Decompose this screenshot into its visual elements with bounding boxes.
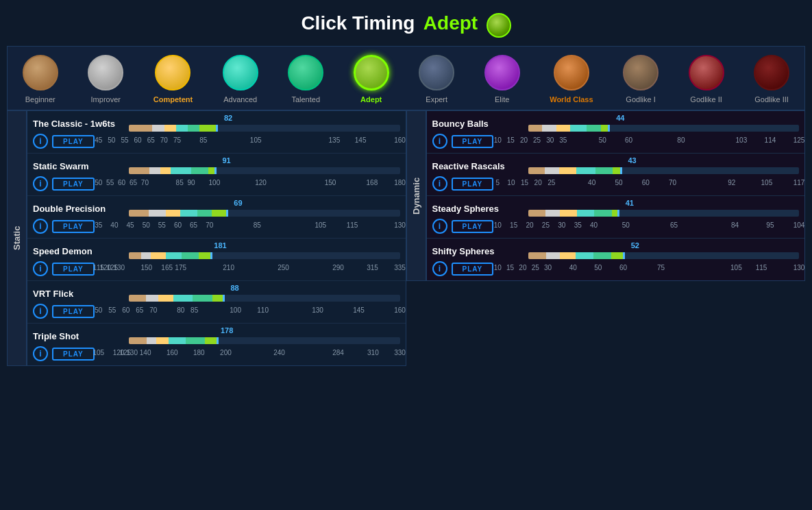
rank-item-elite[interactable]: Elite [484, 55, 520, 104]
table-row: The Classic - 1w6ts82iPLAY45505560657075… [27, 111, 406, 154]
tick-label: 65 [130, 179, 137, 186]
tick-label: 60 [118, 179, 125, 186]
tick-label: 180 [193, 349, 205, 356]
scenario-name: Double Precision [33, 204, 129, 214]
rank-circle-godlike2 [689, 55, 724, 90]
play-button[interactable]: PLAY [452, 263, 494, 276]
progress-bar [129, 337, 400, 344]
info-button[interactable]: i [33, 176, 48, 191]
tick-label: 75 [173, 136, 181, 144]
score-dot [216, 125, 218, 132]
rank-item-competent[interactable]: Competent [153, 55, 193, 104]
tick-label: 150 [325, 179, 336, 186]
score-value: 52 [619, 241, 639, 250]
rank-item-worldclass[interactable]: World Class [550, 55, 593, 104]
info-button[interactable]: i [432, 134, 447, 149]
tick-label: 75 [657, 264, 665, 271]
tick-label: 55 [106, 179, 114, 186]
table-row: Static Swarm91iPLAY505560657085901001201… [27, 154, 406, 196]
rank-item-godlike2[interactable]: Godlike II [689, 55, 724, 104]
tick-label: 180 [394, 179, 406, 186]
rank-circle-improver [88, 55, 123, 90]
info-button[interactable]: i [432, 261, 447, 276]
rank-circle-talented [288, 55, 323, 90]
rank-item-advanced[interactable]: Advanced [223, 55, 258, 104]
score-dot [608, 125, 610, 132]
rank-bar: BeginnerImproverCompetentAdvancedTalente… [7, 46, 805, 110]
play-button[interactable]: PLAY [452, 135, 494, 148]
tick-label: 165 [161, 264, 173, 271]
section-static: The Classic - 1w6ts82iPLAY45505560657075… [27, 110, 406, 366]
tick-label: 105 [250, 136, 262, 144]
rank-label-talented: Talented [291, 95, 320, 104]
tick-label: 65 [147, 136, 155, 144]
rank-item-godlike3[interactable]: Godlike III [754, 55, 789, 104]
rank-item-godlike1[interactable]: Godlike I [623, 55, 659, 104]
play-button[interactable]: PLAY [52, 348, 95, 361]
tick-label: 35 [95, 221, 102, 229]
table-row: Triple Shot178iPLAY105120125130140160180… [27, 324, 406, 365]
score-dot [620, 167, 622, 174]
play-button[interactable]: PLAY [52, 263, 95, 276]
tick-label: 90 [188, 179, 195, 186]
tick-label: 105 [761, 179, 773, 186]
info-button[interactable]: i [432, 176, 447, 191]
play-button[interactable]: PLAY [452, 220, 494, 233]
rank-circle-godlike3 [754, 55, 789, 90]
tick-label: 60 [619, 264, 627, 271]
tick-label: 70 [149, 306, 157, 314]
tick-label: 25 [533, 136, 541, 144]
play-button[interactable]: PLAY [52, 135, 95, 148]
tick-label: 130 [126, 349, 138, 356]
tick-label: 15 [521, 179, 528, 186]
tick-label: 160 [394, 306, 406, 314]
rank-item-adept[interactable]: Adept [354, 55, 389, 104]
rank-label-improver: Improver [91, 95, 121, 104]
info-button[interactable]: i [33, 219, 48, 234]
section-dynamic: Bouncy Balls44iPLAY101520253035506080103… [426, 110, 806, 281]
tick-label: 55 [158, 221, 166, 229]
tick-label: 200 [220, 349, 232, 356]
info-button[interactable]: i [33, 134, 48, 149]
tick-label: 45 [95, 136, 102, 144]
info-button[interactable]: i [33, 346, 48, 361]
tick-label: 60 [174, 221, 182, 229]
tick-label: 160 [394, 136, 406, 144]
play-button[interactable]: PLAY [52, 220, 95, 233]
play-button[interactable]: PLAY [52, 305, 95, 318]
tick-label: 85 [199, 136, 207, 144]
play-button[interactable]: PLAY [52, 178, 95, 191]
play-button[interactable]: PLAY [452, 178, 494, 191]
section-label-dynamic: Dynamic [406, 110, 426, 281]
tick-label: 40 [569, 264, 577, 271]
rank-item-improver[interactable]: Improver [88, 55, 123, 104]
tick-label: 105 [93, 349, 104, 356]
tick-label: 15 [510, 221, 517, 229]
progress-bar [129, 125, 400, 132]
scenario-name: Static Swarm [33, 161, 129, 171]
info-button[interactable]: i [33, 261, 48, 276]
tick-label: 105 [315, 221, 326, 229]
scenario-name: Bouncy Balls [432, 119, 528, 129]
tick-label: 30 [544, 264, 552, 271]
tick-label: 30 [558, 221, 565, 229]
score-dot [217, 337, 219, 344]
rank-item-expert[interactable]: Expert [419, 55, 454, 104]
tick-label: 50 [594, 264, 602, 271]
tick-label: 25 [542, 221, 550, 229]
rank-item-beginner[interactable]: Beginner [23, 55, 58, 104]
scenario-name: Steady Spheres [432, 204, 528, 214]
progress-bar [528, 210, 800, 217]
score-value: 69 [222, 199, 243, 207]
tick-label: 114 [765, 136, 776, 144]
tick-label: 20 [520, 136, 528, 144]
tick-label: 110 [257, 306, 269, 314]
score-value: 43 [616, 156, 637, 165]
info-button[interactable]: i [432, 219, 447, 234]
table-row: VRT Flick88iPLAY505560657080851001101301… [27, 281, 406, 324]
tick-label: 168 [367, 179, 378, 186]
tick-label: 70 [669, 179, 676, 186]
info-button[interactable]: i [33, 304, 48, 319]
tick-label: 120 [255, 179, 267, 186]
rank-item-talented[interactable]: Talented [288, 55, 323, 104]
